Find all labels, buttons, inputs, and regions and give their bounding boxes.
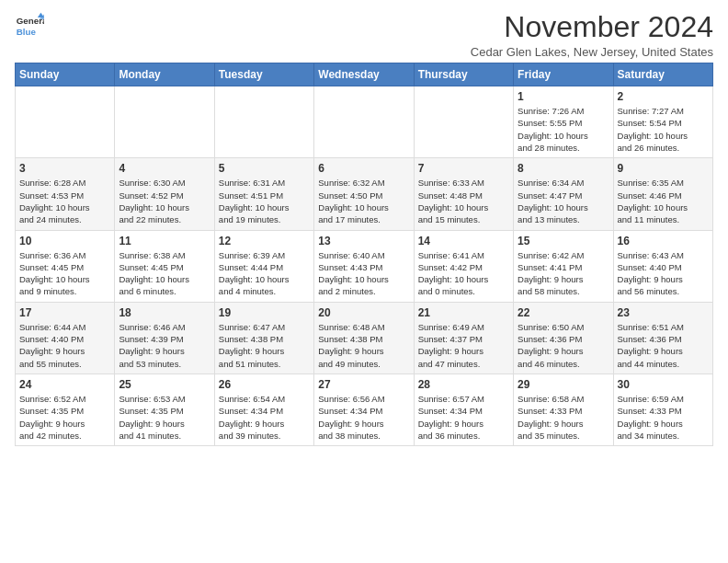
col-saturday: Saturday [613, 63, 712, 86]
day-info: Sunrise: 6:54 AM Sunset: 4:34 PM Dayligh… [219, 393, 310, 442]
svg-text:Blue: Blue [17, 27, 37, 37]
day-number: 6 [318, 162, 409, 175]
day-info: Sunrise: 7:27 AM Sunset: 5:54 PM Dayligh… [618, 105, 709, 154]
day-info: Sunrise: 6:36 AM Sunset: 4:45 PM Dayligh… [19, 249, 110, 298]
calendar-cell: 21Sunrise: 6:49 AM Sunset: 4:37 PM Dayli… [414, 302, 513, 373]
day-info: Sunrise: 6:46 AM Sunset: 4:39 PM Dayligh… [119, 321, 210, 370]
day-number: 1 [518, 90, 609, 103]
day-info: Sunrise: 6:35 AM Sunset: 4:46 PM Dayligh… [618, 177, 709, 225]
day-number: 17 [19, 306, 110, 319]
day-number: 8 [518, 162, 609, 175]
calendar-week-3: 17Sunrise: 6:44 AM Sunset: 4:40 PM Dayli… [16, 302, 713, 373]
calendar-cell: 22Sunrise: 6:50 AM Sunset: 4:36 PM Dayli… [514, 302, 613, 373]
day-info: Sunrise: 6:30 AM Sunset: 4:52 PM Dayligh… [119, 177, 210, 225]
header-row: Sunday Monday Tuesday Wednesday Thursday… [16, 63, 713, 86]
calendar-cell: 25Sunrise: 6:53 AM Sunset: 4:35 PM Dayli… [115, 373, 214, 445]
calendar-table: Sunday Monday Tuesday Wednesday Thursday… [15, 63, 713, 446]
calendar-week-0: 1Sunrise: 7:26 AM Sunset: 5:55 PM Daylig… [16, 86, 713, 158]
day-info: Sunrise: 6:48 AM Sunset: 4:38 PM Dayligh… [318, 321, 409, 370]
col-monday: Monday [115, 63, 214, 86]
day-info: Sunrise: 6:43 AM Sunset: 4:40 PM Dayligh… [618, 249, 709, 298]
calendar-cell [16, 86, 115, 158]
day-info: Sunrise: 6:53 AM Sunset: 4:35 PM Dayligh… [119, 393, 210, 442]
header: General Blue November 2024 Cedar Glen La… [15, 11, 713, 59]
day-number: 11 [119, 235, 210, 247]
day-number: 27 [318, 378, 409, 391]
day-info: Sunrise: 7:26 AM Sunset: 5:55 PM Dayligh… [518, 105, 609, 154]
day-number: 9 [618, 162, 709, 175]
day-number: 21 [418, 306, 509, 319]
day-number: 23 [618, 306, 709, 319]
calendar-week-1: 3Sunrise: 6:28 AM Sunset: 4:53 PM Daylig… [16, 158, 713, 230]
calendar-week-2: 10Sunrise: 6:36 AM Sunset: 4:45 PM Dayli… [16, 230, 713, 302]
calendar-cell: 2Sunrise: 7:27 AM Sunset: 5:54 PM Daylig… [613, 86, 712, 158]
day-number: 20 [318, 306, 409, 319]
day-info: Sunrise: 6:49 AM Sunset: 4:37 PM Dayligh… [418, 321, 509, 370]
calendar-cell: 27Sunrise: 6:56 AM Sunset: 4:34 PM Dayli… [314, 373, 414, 445]
calendar-cell: 1Sunrise: 7:26 AM Sunset: 5:55 PM Daylig… [514, 86, 613, 158]
day-number: 29 [518, 378, 609, 391]
calendar-week-4: 24Sunrise: 6:52 AM Sunset: 4:35 PM Dayli… [16, 373, 713, 445]
day-number: 12 [219, 235, 310, 247]
calendar-cell: 10Sunrise: 6:36 AM Sunset: 4:45 PM Dayli… [16, 230, 115, 302]
calendar-cell [414, 86, 513, 158]
calendar-cell: 23Sunrise: 6:51 AM Sunset: 4:36 PM Dayli… [613, 302, 712, 373]
day-number: 4 [119, 162, 210, 175]
col-thursday: Thursday [414, 63, 513, 86]
calendar-cell: 30Sunrise: 6:59 AM Sunset: 4:33 PM Dayli… [613, 373, 712, 445]
calendar-cell: 6Sunrise: 6:32 AM Sunset: 4:50 PM Daylig… [314, 158, 414, 230]
day-number: 16 [618, 235, 709, 247]
title-block: November 2024 Cedar Glen Lakes, New Jers… [471, 11, 713, 59]
day-number: 30 [618, 378, 709, 391]
day-info: Sunrise: 6:44 AM Sunset: 4:40 PM Dayligh… [19, 321, 110, 370]
day-info: Sunrise: 6:41 AM Sunset: 4:42 PM Dayligh… [418, 249, 509, 298]
calendar-cell: 17Sunrise: 6:44 AM Sunset: 4:40 PM Dayli… [16, 302, 115, 373]
calendar-cell: 4Sunrise: 6:30 AM Sunset: 4:52 PM Daylig… [115, 158, 214, 230]
calendar-cell: 3Sunrise: 6:28 AM Sunset: 4:53 PM Daylig… [16, 158, 115, 230]
calendar-cell: 12Sunrise: 6:39 AM Sunset: 4:44 PM Dayli… [214, 230, 313, 302]
page: General Blue November 2024 Cedar Glen La… [0, 0, 728, 454]
calendar-cell: 9Sunrise: 6:35 AM Sunset: 4:46 PM Daylig… [613, 158, 712, 230]
calendar-cell: 8Sunrise: 6:34 AM Sunset: 4:47 PM Daylig… [514, 158, 613, 230]
col-wednesday: Wednesday [314, 63, 414, 86]
day-info: Sunrise: 6:59 AM Sunset: 4:33 PM Dayligh… [618, 393, 709, 442]
day-info: Sunrise: 6:58 AM Sunset: 4:33 PM Dayligh… [518, 393, 609, 442]
calendar-cell: 20Sunrise: 6:48 AM Sunset: 4:38 PM Dayli… [314, 302, 414, 373]
day-info: Sunrise: 6:52 AM Sunset: 4:35 PM Dayligh… [19, 393, 110, 442]
day-number: 15 [518, 235, 609, 247]
col-sunday: Sunday [16, 63, 115, 86]
day-info: Sunrise: 6:31 AM Sunset: 4:51 PM Dayligh… [219, 177, 310, 225]
calendar-cell: 11Sunrise: 6:38 AM Sunset: 4:45 PM Dayli… [115, 230, 214, 302]
day-number: 5 [219, 162, 310, 175]
month-title: November 2024 [471, 11, 713, 43]
day-info: Sunrise: 6:56 AM Sunset: 4:34 PM Dayligh… [318, 393, 409, 442]
day-info: Sunrise: 6:40 AM Sunset: 4:43 PM Dayligh… [318, 249, 409, 298]
calendar-cell [314, 86, 414, 158]
calendar-cell: 19Sunrise: 6:47 AM Sunset: 4:38 PM Dayli… [214, 302, 313, 373]
day-info: Sunrise: 6:32 AM Sunset: 4:50 PM Dayligh… [318, 177, 409, 225]
day-info: Sunrise: 6:33 AM Sunset: 4:48 PM Dayligh… [418, 177, 509, 225]
calendar-cell [214, 86, 313, 158]
day-number: 28 [418, 378, 509, 391]
day-number: 14 [418, 235, 509, 247]
day-info: Sunrise: 6:39 AM Sunset: 4:44 PM Dayligh… [219, 249, 310, 298]
calendar-cell: 14Sunrise: 6:41 AM Sunset: 4:42 PM Dayli… [414, 230, 513, 302]
day-info: Sunrise: 6:42 AM Sunset: 4:41 PM Dayligh… [518, 249, 609, 298]
day-number: 22 [518, 306, 609, 319]
calendar-cell: 29Sunrise: 6:58 AM Sunset: 4:33 PM Dayli… [514, 373, 613, 445]
day-number: 7 [418, 162, 509, 175]
calendar-cell: 18Sunrise: 6:46 AM Sunset: 4:39 PM Dayli… [115, 302, 214, 373]
col-friday: Friday [514, 63, 613, 86]
logo-icon: General Blue [15, 11, 44, 40]
day-number: 13 [318, 235, 409, 247]
calendar-cell [115, 86, 214, 158]
day-number: 2 [618, 90, 709, 103]
day-info: Sunrise: 6:34 AM Sunset: 4:47 PM Dayligh… [518, 177, 609, 225]
day-info: Sunrise: 6:51 AM Sunset: 4:36 PM Dayligh… [618, 321, 709, 370]
calendar-cell: 16Sunrise: 6:43 AM Sunset: 4:40 PM Dayli… [613, 230, 712, 302]
day-number: 24 [19, 378, 110, 391]
calendar-cell: 5Sunrise: 6:31 AM Sunset: 4:51 PM Daylig… [214, 158, 313, 230]
calendar-cell: 28Sunrise: 6:57 AM Sunset: 4:34 PM Dayli… [414, 373, 513, 445]
calendar-cell: 24Sunrise: 6:52 AM Sunset: 4:35 PM Dayli… [16, 373, 115, 445]
day-info: Sunrise: 6:57 AM Sunset: 4:34 PM Dayligh… [418, 393, 509, 442]
